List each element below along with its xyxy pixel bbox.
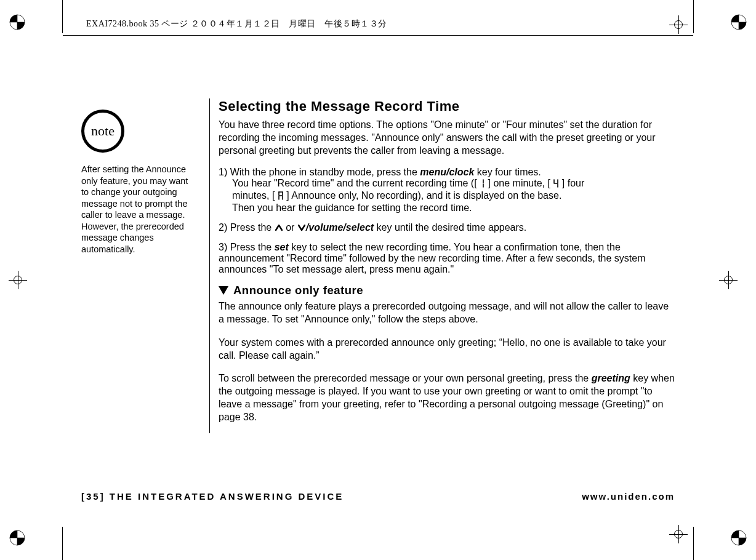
step-2: 2) Press the or /volume/select key until… xyxy=(219,222,675,233)
step2-mid: or xyxy=(286,222,297,233)
sub-p3a: To scroll between the prerecorded messag… xyxy=(219,373,592,383)
step1-line2c: ] four xyxy=(562,178,584,188)
footer-left: [35] THE INTEGRATED ANSWERING DEVICE xyxy=(81,491,344,502)
crosshair-icon xyxy=(719,266,747,295)
step-1: 1) With the phone in standby mode, press… xyxy=(219,167,675,214)
registration-mark-icon xyxy=(9,529,26,546)
page-title: Selecting the Message Record Time xyxy=(219,98,675,114)
intro-paragraph: You have three record time options. The … xyxy=(219,118,675,157)
step2-tail: key until the desired time appears. xyxy=(374,222,526,233)
step3-lead: 3) Press the xyxy=(219,242,275,252)
step1-line3a: minutes, [ xyxy=(232,190,278,201)
registration-mark-icon xyxy=(9,14,26,31)
step1-line4: Then you hear the guidance for setting t… xyxy=(219,202,675,214)
set-key: set xyxy=(275,242,289,252)
footer-right: www.uniden.com xyxy=(582,491,675,502)
triangle-down-icon xyxy=(219,286,228,295)
note-badge-label: note xyxy=(91,123,115,139)
step-3: 3) Press the set key to select the new r… xyxy=(219,242,675,275)
lcd-digit-4-icon xyxy=(553,179,559,190)
sub-p1: The announce only feature plays a prerec… xyxy=(219,300,675,326)
lcd-digit-a-icon xyxy=(278,191,284,202)
greeting-key: greeting xyxy=(592,373,630,383)
step1-tail: key four times. xyxy=(474,167,541,177)
menu-clock-key: menu/clock xyxy=(420,167,474,177)
sub-p3: To scroll between the prerecorded messag… xyxy=(219,372,675,423)
step2-lead: 2) Press the xyxy=(219,222,275,233)
registration-mark-icon xyxy=(730,529,747,546)
main-content: Selecting the Message Record Time You ha… xyxy=(209,98,675,433)
step1-line3b: ] Announce only, No recording), and it i… xyxy=(286,190,561,201)
crop-mark xyxy=(62,527,63,560)
note-body: After setting the Announce only feature,… xyxy=(81,164,192,255)
down-caret-icon xyxy=(297,223,306,230)
subsection-title: Announce only feature xyxy=(233,284,363,297)
crosshair-icon xyxy=(9,266,37,295)
registration-mark-icon xyxy=(730,14,747,31)
step1-lead: 1) With the phone in standby mode, press… xyxy=(219,167,420,177)
page-footer: [35] THE INTEGRATED ANSWERING DEVICE www… xyxy=(81,491,675,502)
volume-select-key: /volume/select xyxy=(306,222,374,233)
step1-line2b: ] one minute, [ xyxy=(488,178,553,188)
note-badge-icon: note xyxy=(81,110,124,153)
subsection-heading: Announce only feature xyxy=(219,284,675,297)
lcd-digit-1-icon xyxy=(480,179,485,190)
step1-line2a: You hear "Record time" and the current r… xyxy=(232,178,480,188)
crosshair-icon xyxy=(669,521,698,549)
sub-p2: Your system comes with a prerecorded ann… xyxy=(219,336,675,362)
up-caret-icon xyxy=(275,223,283,230)
document-imprint: EXAI7248.book 35 ページ ２００４年１月１２日 月曜日 午後５時… xyxy=(86,18,387,30)
crop-mark xyxy=(62,0,63,33)
header-rule xyxy=(63,35,693,36)
